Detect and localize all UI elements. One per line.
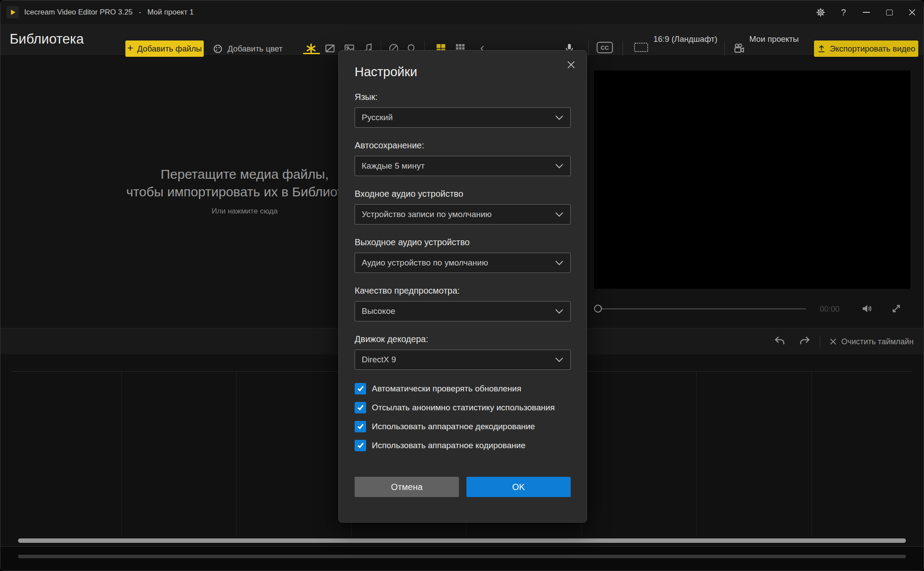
language-label: Язык:: [355, 92, 571, 102]
preview-quality-label: Качество предпросмотра:: [355, 286, 571, 296]
autosave-select[interactable]: Каждые 5 минут: [355, 156, 571, 176]
plus-icon: +: [127, 43, 133, 53]
checkmark-icon: [357, 385, 363, 391]
aspect-ratio-icon: [634, 43, 648, 52]
volume-button[interactable]: [860, 302, 873, 316]
seek-handle[interactable]: [594, 305, 602, 313]
ok-button[interactable]: OK: [466, 477, 571, 497]
palette-icon: [213, 44, 223, 54]
close-icon: [907, 7, 917, 17]
hardware-encoding-checkbox[interactable]: [355, 440, 366, 451]
toolbar-divider: [623, 41, 623, 56]
timeline-gridline: [121, 372, 122, 537]
dialog-close-button[interactable]: [565, 59, 577, 71]
send-statistics-checkbox[interactable]: [355, 402, 366, 413]
export-video-button[interactable]: Экспортировать видео: [814, 41, 918, 57]
audio-input-select[interactable]: Устройство записи по умолчанию: [355, 204, 571, 225]
fullscreen-button[interactable]: [890, 302, 903, 316]
app-logo-icon: [7, 6, 19, 18]
dialog-buttons: Отмена OK: [355, 477, 571, 497]
my-projects-button[interactable]: [732, 41, 747, 56]
help-button[interactable]: ?: [832, 0, 855, 24]
timeline-gridline: [811, 372, 812, 537]
audio-input-field: Входное аудио устройство Устройство запи…: [355, 189, 571, 225]
dialog-checkboxes: Автоматически проверять обновления Отсыл…: [355, 383, 571, 451]
project-name: Мой проект 1: [147, 8, 194, 17]
playback-time: 00:00: [820, 305, 840, 314]
export-icon: [817, 44, 826, 53]
audio-input-label: Входное аудио устройство: [355, 189, 571, 199]
chevron-down-icon: [555, 163, 564, 169]
timeline-horizontal-scrollbar[interactable]: [18, 538, 906, 543]
close-button[interactable]: [901, 0, 924, 24]
autosave-field: Автосохранение: Каждые 5 минут: [355, 140, 571, 176]
transitions-tab[interactable]: [323, 41, 337, 56]
toolbar-divider: [588, 41, 589, 56]
decoder-engine-select[interactable]: DirectX 9: [355, 350, 571, 370]
hardware-decoding-checkbox[interactable]: [355, 421, 366, 432]
decoder-engine-label: Движок декодера:: [355, 334, 571, 344]
timeline-toolbar-divider: [820, 335, 820, 348]
chevron-down-icon: [555, 357, 564, 362]
language-select[interactable]: Русский: [355, 107, 571, 128]
send-statistics-row: Отсылать анонимно статистику использован…: [355, 402, 571, 413]
title-separator: -: [139, 8, 141, 17]
app-title: Icecream Video Editor PRO 3.25: [24, 8, 132, 17]
redo-button[interactable]: [797, 334, 813, 350]
my-projects-label[interactable]: Мои проекты: [749, 34, 799, 44]
undo-button[interactable]: [772, 334, 788, 350]
cc-icon: CC: [597, 42, 613, 53]
minimize-icon: [863, 12, 870, 13]
check-updates-row: Автоматически проверять обновления: [355, 383, 571, 394]
autosave-label: Автосохранение:: [355, 140, 571, 151]
preview-controls: 00:00: [594, 299, 910, 318]
hardware-encoding-row: Использовать аппаратное кодирование: [355, 440, 571, 451]
selected-tab-indicator: [303, 53, 320, 54]
bottom-scrollbar[interactable]: [18, 555, 906, 558]
window-title: Icecream Video Editor PRO 3.25 - Мой про…: [24, 8, 194, 17]
aspect-ratio-label[interactable]: 16:9 (Ландшафт): [653, 34, 717, 44]
hardware-decoding-row: Использовать аппаратное декодирование: [355, 421, 571, 432]
timeline-gridline: [236, 372, 237, 537]
clear-timeline-button[interactable]: Очистить таймлайн: [829, 337, 913, 346]
library-panel-title: Библиотека: [10, 31, 84, 47]
fullscreen-icon: [890, 302, 902, 315]
bottom-band: [0, 546, 924, 571]
chevron-down-icon: [555, 260, 564, 265]
close-icon: [566, 60, 576, 70]
projects-camera-icon: [733, 43, 745, 54]
checkmark-icon: [357, 423, 363, 429]
titlebar-actions: ?: [809, 0, 924, 24]
audio-output-select[interactable]: Аудио устройство по умолчанию: [355, 253, 571, 273]
audio-output-label: Выходное аудио устройство: [355, 237, 571, 247]
settings-gear-icon[interactable]: [809, 0, 832, 24]
titlebar: Icecream Video Editor PRO 3.25 - Мой про…: [0, 0, 924, 24]
chevron-down-icon: [555, 115, 564, 120]
settings-dialog: Настройки Язык: Русский Автосохранение: …: [338, 50, 587, 523]
dialog-title: Настройки: [355, 65, 571, 79]
clear-x-icon: [829, 338, 837, 345]
chevron-down-icon: [555, 309, 564, 314]
redo-icon: [799, 335, 811, 347]
checkmark-icon: [357, 442, 363, 448]
video-preview: [594, 70, 910, 289]
maximize-button[interactable]: [878, 0, 901, 24]
seek-bar[interactable]: [598, 308, 806, 309]
app-window: Icecream Video Editor PRO 3.25 - Мой про…: [0, 0, 924, 571]
check-updates-checkbox[interactable]: [355, 383, 366, 394]
maximize-icon: [886, 10, 893, 15]
timeline-gridline: [696, 372, 697, 537]
language-field: Язык: Русский: [355, 92, 571, 128]
cancel-button[interactable]: Отмена: [355, 477, 459, 497]
preview-quality-select[interactable]: Высокое: [355, 301, 571, 321]
toolbar-divider: [724, 41, 725, 56]
undo-icon: [774, 335, 786, 347]
chevron-down-icon: [555, 212, 564, 217]
preview-quality-field: Качество предпросмотра: Высокое: [355, 286, 571, 321]
volume-icon: [861, 302, 873, 315]
subtitles-button[interactable]: CC: [597, 42, 613, 53]
aspect-ratio-button[interactable]: [634, 43, 648, 52]
minimize-button[interactable]: [855, 0, 878, 24]
transitions-icon: [324, 43, 336, 54]
decoder-engine-field: Движок декодера: DirectX 9: [355, 334, 571, 370]
